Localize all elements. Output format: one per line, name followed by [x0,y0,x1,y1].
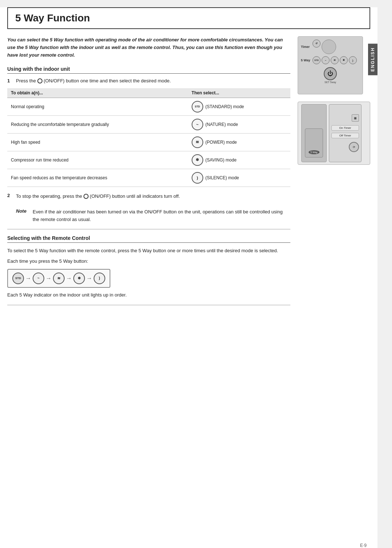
power-set-btn: ⏻ [324,67,337,80]
section-divider [7,229,290,229]
mode-cell: ❄ (SAVING) mode [188,151,290,169]
obtain-cell: High fan speed [7,133,188,151]
mode-icon: ) [192,172,203,184]
section2-footer: Each 5 Way indicator on the indoor unit … [7,291,290,299]
mode-icon-cell: ~ (NATURE) mode [192,119,287,130]
step2-number: 2 [7,193,13,198]
page-title: 5 Way Function [15,12,362,24]
five-way-btn-label: 5 Way [309,150,319,154]
power-icon [37,78,42,83]
language-tab: ENGLISH [368,44,377,75]
step2-text: To stop the operating, press the (ON/OFF… [16,193,180,200]
mode-label: (NATURE) mode [205,122,238,127]
section2-heading: Selecting with the Remote Control [7,235,290,243]
each-time-text: Each time you press the 5 Way button: [7,258,290,265]
remote-diagram-inner: 5 Way ▦ On Timer Off Timer ⟳ [301,104,367,162]
step1-number: 1 [7,78,13,83]
rc-left: 5 Way [301,104,327,162]
note-label: Note [16,208,29,214]
timer-btn-row: ↺ [313,40,336,54]
step1-text: Press the (ON/OFF) button one time and t… [16,78,171,84]
rc-panel: 5 Way [305,128,323,158]
remote-control-diagram: 5 Way ▦ On Timer Off Timer ⟳ [298,102,370,165]
mode-cell: ≋ (POWER) mode [188,133,290,151]
mode-label: (POWER) mode [205,140,237,145]
title-bar: 5 Way Function [7,7,370,29]
silence-btn: ) [349,56,357,64]
mode-cell: STD (STANDARD) mode [188,98,290,115]
fiveway-row: 5 Way STD ~ ≋ ❄ ) [301,56,360,64]
rc-dial: ⟳ [349,142,359,152]
right-column: Timer ↺ 5 Way STD ~ ≋ ❄ ) [298,36,370,311]
fiveway-btn-row: STD ~ ≋ ❄ ) [313,56,357,64]
obtain-cell: Fan speed reduces as the temperature dec… [7,169,188,187]
large-circle [322,40,336,54]
section2-intro: To select the 5 Way function with the re… [7,247,290,255]
table-col2-header: Then select... [188,88,290,98]
rc-icon-row: ▦ [331,114,359,122]
table-col1-header: To obtain a(n)... [7,88,188,98]
set-btn-container: ⏻ [301,67,360,80]
saving-btn: ❄ [340,56,348,64]
mode-icon: ❄ [192,154,203,166]
section1-heading: Using with the indoor unit [7,66,290,74]
obtain-cell: Normal operating [7,98,188,115]
remote-section: Selecting with the Remote Control To sel… [7,235,290,299]
seq-icon-nature: ~ [33,273,44,284]
page-number: E·9 [360,543,367,548]
power-btn: ≋ [331,56,339,64]
mode-icon: ≋ [192,136,203,148]
timer-btn: ↺ [313,40,320,48]
mode-icon: ~ [192,119,203,130]
set-label: SET 5way [301,81,360,83]
note-text: Even if the air conditioner has been tur… [33,208,290,224]
seq-icon-std: STD [12,273,24,284]
indoor-unit-diagram: Timer ↺ 5 Way STD ~ ≋ ❄ ) [298,36,363,94]
nature-btn: ~ [322,56,330,64]
arrow1: → [25,275,31,282]
section-divider2 [7,305,290,305]
seq-icon-power: ≋ [53,273,65,284]
seq-icon-silence: ) [94,273,105,284]
mode-cell: ) (SILENCE) mode [188,169,290,187]
mode-icon-cell: ) (SILENCE) mode [192,172,287,184]
mode-icon: STD [192,101,203,113]
timer-row: Timer ↺ [301,40,360,54]
page: ENGLISH 5 Way Function You can select th… [0,7,377,548]
on-timer-btn: On Timer [331,125,359,131]
mode-cell: ~ (NATURE) mode [188,115,290,133]
rc-dial-container: ⟳ [331,142,359,152]
note-block: Note Even if the air conditioner has bee… [16,208,290,224]
arrow3: → [66,275,72,282]
table-row: Fan speed reduces as the temperature dec… [7,169,290,187]
arrow2: → [46,275,52,282]
obtain-cell: Compressor run time reduced [7,151,188,169]
rc-icon: ▦ [352,114,359,122]
power-icon2 [83,194,89,199]
std-btn: STD [313,56,320,64]
mode-label: (STANDARD) mode [205,104,244,109]
obtain-cell: Reducing the uncomfortable temperature g… [7,115,188,133]
rc-right: ▦ On Timer Off Timer ⟳ [329,104,362,162]
table-row: Normal operating STD (STANDARD) mode [7,98,290,115]
table-row: Compressor run time reduced ❄ (SAVING) m… [7,151,290,169]
off-timer-btn: Off Timer [331,133,359,138]
fiveway-row-label: 5 Way [301,58,311,62]
mode-table: To obtain a(n)... Then select... Normal … [7,88,290,187]
mode-icon-cell: STD (STANDARD) mode [192,101,287,113]
mode-label: (SILENCE) mode [205,175,239,180]
mode-label: (SAVING) mode [205,158,237,163]
seq-icon-saving: ❄ [73,273,85,284]
mode-icon-cell: ❄ (SAVING) mode [192,154,287,166]
arrow-sequence: STD → ~ → ≋ → ❄ → ) [7,269,110,288]
content-layout: You can select the 5 Way function with o… [0,29,377,318]
arrow4: → [86,275,92,282]
intro-text: You can select the 5 Way function with o… [7,36,290,59]
step1: 1 Press the (ON/OFF) button one time and… [7,78,290,84]
left-column: You can select the 5 Way function with o… [7,36,290,311]
timer-row-label: Timer [301,45,311,49]
table-row: Reducing the uncomfortable temperature g… [7,115,290,133]
mode-icon-cell: ≋ (POWER) mode [192,136,287,148]
step2: 2 To stop the operating, press the (ON/O… [7,193,290,204]
table-row: High fan speed ≋ (POWER) mode [7,133,290,151]
